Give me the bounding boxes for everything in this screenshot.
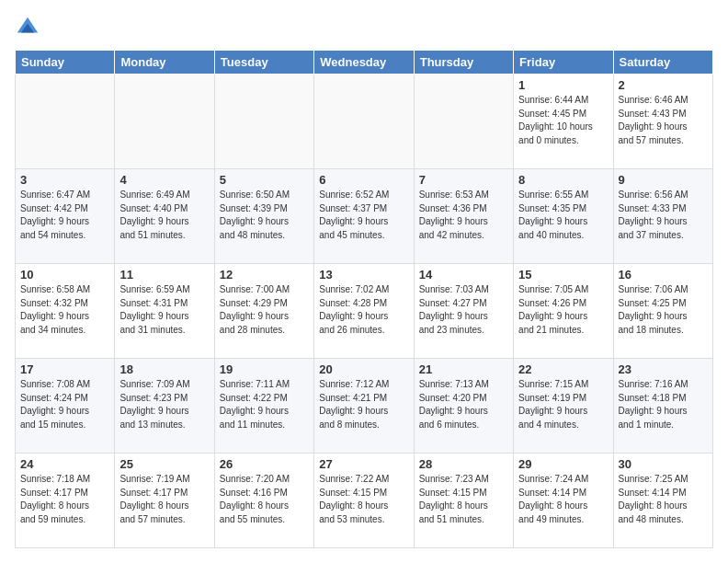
calendar-cell bbox=[16, 75, 115, 169]
day-number: 6 bbox=[319, 173, 408, 187]
calendar-cell: 24Sunrise: 7:18 AM Sunset: 4:17 PM Dayli… bbox=[16, 454, 115, 548]
day-info: Sunrise: 6:50 AM Sunset: 4:39 PM Dayligh… bbox=[220, 189, 309, 242]
day-number: 7 bbox=[419, 173, 508, 187]
day-number: 15 bbox=[518, 268, 608, 282]
day-number: 26 bbox=[220, 457, 309, 471]
calendar-cell: 15Sunrise: 7:05 AM Sunset: 4:26 PM Dayli… bbox=[514, 264, 613, 359]
calendar-cell: 11Sunrise: 6:59 AM Sunset: 4:31 PM Dayli… bbox=[115, 264, 214, 359]
day-info: Sunrise: 7:12 AM Sunset: 4:21 PM Dayligh… bbox=[319, 378, 408, 431]
day-number: 25 bbox=[119, 457, 209, 471]
day-number: 19 bbox=[220, 362, 309, 376]
day-info: Sunrise: 6:47 AM Sunset: 4:42 PM Dayligh… bbox=[20, 189, 109, 242]
calendar-week-row: 10Sunrise: 6:58 AM Sunset: 4:32 PM Dayli… bbox=[16, 264, 713, 359]
calendar-cell: 1Sunrise: 6:44 AM Sunset: 4:45 PM Daylig… bbox=[514, 75, 613, 169]
day-number: 2 bbox=[619, 78, 708, 92]
day-number: 12 bbox=[220, 268, 309, 282]
calendar-week-row: 3Sunrise: 6:47 AM Sunset: 4:42 PM Daylig… bbox=[16, 169, 713, 264]
calendar-cell: 9Sunrise: 6:56 AM Sunset: 4:33 PM Daylig… bbox=[613, 169, 712, 264]
day-info: Sunrise: 7:15 AM Sunset: 4:19 PM Dayligh… bbox=[518, 378, 608, 431]
day-info: Sunrise: 7:06 AM Sunset: 4:25 PM Dayligh… bbox=[619, 283, 708, 337]
calendar-cell bbox=[314, 75, 414, 169]
day-info: Sunrise: 6:56 AM Sunset: 4:33 PM Dayligh… bbox=[619, 189, 708, 242]
calendar-cell: 28Sunrise: 7:23 AM Sunset: 4:15 PM Dayli… bbox=[414, 454, 513, 548]
day-info: Sunrise: 7:13 AM Sunset: 4:20 PM Dayligh… bbox=[419, 378, 508, 431]
day-number: 11 bbox=[119, 268, 209, 282]
calendar-week-row: 24Sunrise: 7:18 AM Sunset: 4:17 PM Dayli… bbox=[16, 454, 713, 548]
day-info: Sunrise: 7:20 AM Sunset: 4:16 PM Dayligh… bbox=[220, 473, 309, 526]
calendar-cell: 27Sunrise: 7:22 AM Sunset: 4:15 PM Dayli… bbox=[314, 454, 414, 548]
day-info: Sunrise: 7:08 AM Sunset: 4:24 PM Dayligh… bbox=[20, 378, 109, 431]
day-info: Sunrise: 7:19 AM Sunset: 4:17 PM Dayligh… bbox=[119, 473, 209, 526]
day-number: 23 bbox=[619, 362, 708, 376]
calendar-cell: 13Sunrise: 7:02 AM Sunset: 4:28 PM Dayli… bbox=[314, 264, 414, 359]
calendar-header-row: SundayMondayTuesdayWednesdayThursdayFrid… bbox=[16, 51, 713, 75]
calendar-cell: 23Sunrise: 7:16 AM Sunset: 4:18 PM Dayli… bbox=[613, 359, 712, 454]
day-number: 10 bbox=[20, 268, 109, 282]
day-info: Sunrise: 6:44 AM Sunset: 4:45 PM Dayligh… bbox=[518, 94, 608, 147]
day-info: Sunrise: 7:23 AM Sunset: 4:15 PM Dayligh… bbox=[419, 473, 508, 526]
day-number: 13 bbox=[319, 268, 408, 282]
calendar-cell: 16Sunrise: 7:06 AM Sunset: 4:25 PM Dayli… bbox=[613, 264, 712, 359]
day-info: Sunrise: 7:11 AM Sunset: 4:22 PM Dayligh… bbox=[220, 378, 309, 431]
day-number: 17 bbox=[20, 362, 109, 376]
calendar-cell: 26Sunrise: 7:20 AM Sunset: 4:16 PM Dayli… bbox=[214, 454, 313, 548]
weekday-header: Thursday bbox=[414, 51, 513, 75]
calendar-week-row: 17Sunrise: 7:08 AM Sunset: 4:24 PM Dayli… bbox=[16, 359, 713, 454]
day-number: 30 bbox=[619, 457, 708, 471]
weekday-header: Monday bbox=[115, 51, 214, 75]
weekday-header: Tuesday bbox=[214, 51, 313, 75]
day-info: Sunrise: 7:18 AM Sunset: 4:17 PM Dayligh… bbox=[20, 473, 109, 526]
calendar-cell: 4Sunrise: 6:49 AM Sunset: 4:40 PM Daylig… bbox=[115, 169, 214, 264]
day-number: 27 bbox=[319, 457, 408, 471]
day-number: 22 bbox=[518, 362, 608, 376]
calendar-cell: 17Sunrise: 7:08 AM Sunset: 4:24 PM Dayli… bbox=[16, 359, 115, 454]
calendar-cell bbox=[115, 75, 214, 169]
day-number: 18 bbox=[119, 362, 209, 376]
day-number: 29 bbox=[518, 457, 608, 471]
weekday-header: Wednesday bbox=[314, 51, 414, 75]
calendar-cell: 2Sunrise: 6:46 AM Sunset: 4:43 PM Daylig… bbox=[613, 75, 712, 169]
day-number: 4 bbox=[119, 173, 209, 187]
calendar-cell: 6Sunrise: 6:52 AM Sunset: 4:37 PM Daylig… bbox=[314, 169, 414, 264]
calendar-cell: 19Sunrise: 7:11 AM Sunset: 4:22 PM Dayli… bbox=[214, 359, 313, 454]
calendar-cell: 14Sunrise: 7:03 AM Sunset: 4:27 PM Dayli… bbox=[414, 264, 513, 359]
calendar-cell: 8Sunrise: 6:55 AM Sunset: 4:35 PM Daylig… bbox=[514, 169, 613, 264]
header bbox=[15, 15, 713, 40]
logo-icon bbox=[15, 15, 40, 40]
day-number: 16 bbox=[619, 268, 708, 282]
calendar-cell: 21Sunrise: 7:13 AM Sunset: 4:20 PM Dayli… bbox=[414, 359, 513, 454]
day-number: 5 bbox=[220, 173, 309, 187]
day-info: Sunrise: 7:24 AM Sunset: 4:14 PM Dayligh… bbox=[518, 473, 608, 526]
day-number: 20 bbox=[319, 362, 408, 376]
day-number: 3 bbox=[20, 173, 109, 187]
calendar-cell: 20Sunrise: 7:12 AM Sunset: 4:21 PM Dayli… bbox=[314, 359, 414, 454]
calendar-cell: 25Sunrise: 7:19 AM Sunset: 4:17 PM Dayli… bbox=[115, 454, 214, 548]
day-info: Sunrise: 6:52 AM Sunset: 4:37 PM Dayligh… bbox=[319, 189, 408, 242]
day-info: Sunrise: 7:25 AM Sunset: 4:14 PM Dayligh… bbox=[619, 473, 708, 526]
day-info: Sunrise: 6:55 AM Sunset: 4:35 PM Dayligh… bbox=[518, 189, 608, 242]
day-info: Sunrise: 7:09 AM Sunset: 4:23 PM Dayligh… bbox=[119, 378, 209, 431]
weekday-header: Sunday bbox=[16, 51, 115, 75]
day-info: Sunrise: 7:22 AM Sunset: 4:15 PM Dayligh… bbox=[319, 473, 408, 526]
day-number: 14 bbox=[419, 268, 508, 282]
calendar-cell bbox=[414, 75, 513, 169]
day-info: Sunrise: 7:03 AM Sunset: 4:27 PM Dayligh… bbox=[419, 283, 508, 337]
day-number: 21 bbox=[419, 362, 508, 376]
calendar-cell: 18Sunrise: 7:09 AM Sunset: 4:23 PM Dayli… bbox=[115, 359, 214, 454]
day-info: Sunrise: 7:05 AM Sunset: 4:26 PM Dayligh… bbox=[518, 283, 608, 337]
day-info: Sunrise: 6:49 AM Sunset: 4:40 PM Dayligh… bbox=[119, 189, 209, 242]
calendar-cell: 7Sunrise: 6:53 AM Sunset: 4:36 PM Daylig… bbox=[414, 169, 513, 264]
day-info: Sunrise: 7:16 AM Sunset: 4:18 PM Dayligh… bbox=[619, 378, 708, 431]
calendar-cell: 22Sunrise: 7:15 AM Sunset: 4:19 PM Dayli… bbox=[514, 359, 613, 454]
calendar-table: SundayMondayTuesdayWednesdayThursdayFrid… bbox=[15, 50, 713, 548]
calendar-cell bbox=[214, 75, 313, 169]
day-info: Sunrise: 7:02 AM Sunset: 4:28 PM Dayligh… bbox=[319, 283, 408, 337]
weekday-header: Friday bbox=[514, 51, 613, 75]
calendar-cell: 3Sunrise: 6:47 AM Sunset: 4:42 PM Daylig… bbox=[16, 169, 115, 264]
day-number: 24 bbox=[20, 457, 109, 471]
day-info: Sunrise: 6:46 AM Sunset: 4:43 PM Dayligh… bbox=[619, 94, 708, 147]
calendar-week-row: 1Sunrise: 6:44 AM Sunset: 4:45 PM Daylig… bbox=[16, 75, 713, 169]
calendar-cell: 29Sunrise: 7:24 AM Sunset: 4:14 PM Dayli… bbox=[514, 454, 613, 548]
weekday-header: Saturday bbox=[613, 51, 712, 75]
day-number: 28 bbox=[419, 457, 508, 471]
